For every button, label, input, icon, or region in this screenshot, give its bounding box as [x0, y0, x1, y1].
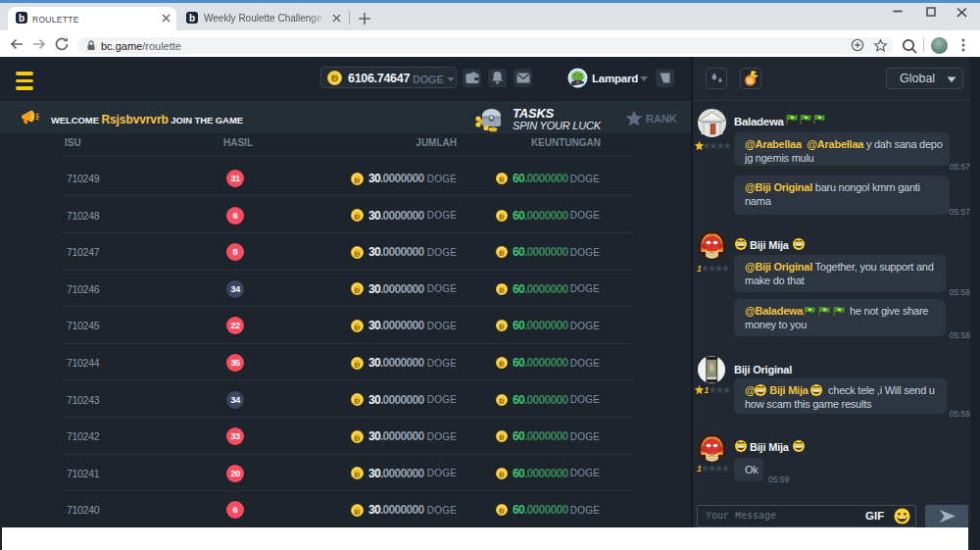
- svg-text:Đ: Đ: [355, 433, 361, 442]
- svg-text:Đ: Đ: [499, 433, 505, 442]
- svg-text:Đ: Đ: [355, 508, 361, 517]
- svg-text:Đ: Đ: [355, 175, 361, 184]
- svg-text:Đ: Đ: [355, 360, 361, 369]
- svg-text:1: 1: [697, 264, 702, 273]
- svg-text:Đ: Đ: [499, 286, 505, 295]
- svg-text:Đ: Đ: [499, 212, 505, 221]
- svg-text:Đ: Đ: [499, 323, 505, 331]
- svg-text:1: 1: [697, 464, 702, 473]
- svg-text:Đ: Đ: [499, 396, 505, 405]
- svg-text:Đ: Đ: [499, 507, 505, 516]
- svg-text:Đ: Đ: [355, 213, 361, 222]
- svg-text:Đ: Đ: [355, 397, 361, 406]
- svg-text:Đ: Đ: [355, 249, 361, 258]
- svg-text:Đ: Đ: [355, 286, 361, 295]
- svg-text:Đ: Đ: [355, 324, 361, 332]
- svg-text:Đ: Đ: [331, 74, 338, 83]
- svg-text:Đ: Đ: [499, 471, 505, 479]
- svg-text:Đ: Đ: [499, 360, 505, 369]
- svg-text:1: 1: [705, 385, 710, 394]
- svg-text:B: B: [748, 76, 754, 85]
- svg-text:Đ: Đ: [355, 471, 361, 479]
- svg-text:Đ: Đ: [499, 175, 505, 184]
- svg-text:Đ: Đ: [499, 249, 505, 258]
